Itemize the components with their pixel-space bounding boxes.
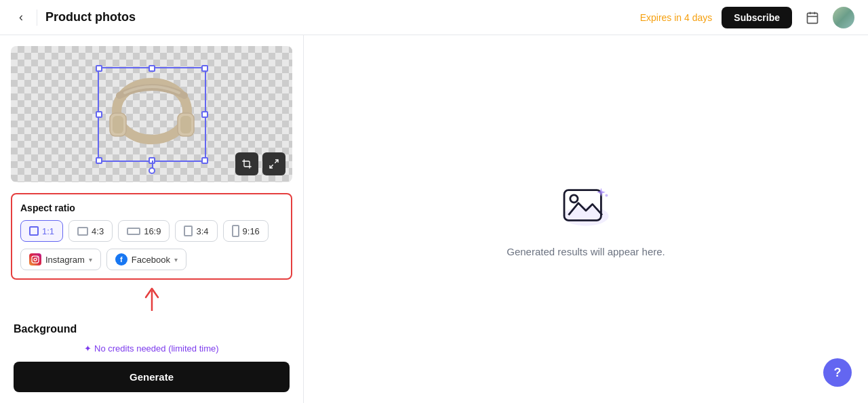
- handle-tc[interactable]: [149, 65, 155, 72]
- ratio-options-row: 1:1 4:3 16:9 3:4 9:16: [20, 220, 283, 242]
- expand-tool-button[interactable]: [262, 152, 285, 175]
- credits-note-text: ✦ No credits needed (limited time): [84, 343, 218, 354]
- main-layout: Aspect ratio 1:1 4:3 16:9 3:4: [0, 35, 868, 403]
- selection-box: [98, 67, 206, 162]
- aspect-ratio-label: Aspect ratio: [20, 203, 283, 213]
- background-label: Background: [14, 323, 290, 335]
- right-panel: Generated results will appear here. ?: [304, 35, 868, 403]
- product-image-container[interactable]: [98, 67, 206, 162]
- ratio-4-3-icon: [77, 227, 88, 236]
- rotate-handle[interactable]: [149, 167, 155, 174]
- ratio-9-16-icon: [232, 225, 239, 237]
- ratio-16-9-icon: [127, 228, 140, 235]
- facebook-preset-button[interactable]: f Facebook ▾: [106, 249, 186, 270]
- svg-point-17: [570, 195, 578, 203]
- app-header: ‹ Product photos Expires in 4 days Subsc…: [0, 0, 868, 35]
- subscribe-button[interactable]: Subscribe: [722, 7, 792, 28]
- help-button[interactable]: ?: [823, 358, 852, 387]
- handle-br[interactable]: [201, 157, 208, 164]
- crop-tool-button[interactable]: [235, 152, 258, 175]
- header-right: Expires in 4 days Subscribe: [640, 7, 854, 28]
- svg-point-13: [37, 257, 38, 259]
- image-toolbar: [235, 152, 285, 175]
- ratio-16-9-label: 16:9: [144, 226, 161, 236]
- social-presets-row: Instagram ▾ f Facebook ▾: [20, 249, 283, 270]
- ratio-9-16-label: 9:16: [243, 226, 260, 236]
- header-divider: [37, 9, 37, 26]
- facebook-icon: f: [115, 253, 127, 266]
- credits-note: ✦ No credits needed (limited time): [14, 343, 290, 354]
- handle-tr[interactable]: [201, 65, 208, 72]
- handle-mr[interactable]: [201, 111, 208, 118]
- expires-badge: Expires in 4 days: [640, 12, 713, 23]
- arrow-indicator: [11, 285, 292, 312]
- instagram-label: Instagram: [45, 255, 85, 265]
- ratio-9-16-button[interactable]: 9:16: [223, 220, 269, 242]
- generate-button[interactable]: Generate: [14, 362, 290, 392]
- image-preview: [11, 46, 292, 182]
- handle-bl[interactable]: [96, 157, 102, 164]
- background-section: Background ✦ No credits needed (limited …: [11, 323, 292, 392]
- svg-line-9: [275, 160, 278, 163]
- svg-rect-11: [32, 256, 39, 263]
- instagram-preset-button[interactable]: Instagram ▾: [20, 249, 101, 270]
- instagram-chevron-icon: ▾: [89, 256, 92, 263]
- left-panel: Aspect ratio 1:1 4:3 16:9 3:4: [0, 35, 304, 403]
- svg-point-12: [34, 258, 37, 261]
- ratio-1-1-button[interactable]: 1:1: [20, 220, 63, 242]
- ratio-4-3-label: 4:3: [92, 226, 104, 236]
- svg-rect-0: [808, 13, 818, 23]
- ratio-3-4-label: 3:4: [196, 226, 208, 236]
- ratio-16-9-button[interactable]: 16:9: [118, 220, 170, 242]
- ratio-3-4-button[interactable]: 3:4: [175, 220, 217, 242]
- handle-ml[interactable]: [96, 111, 102, 118]
- facebook-label: Facebook: [132, 255, 170, 265]
- svg-point-18: [605, 194, 608, 197]
- calendar-icon[interactable]: [802, 7, 823, 28]
- ratio-1-1-icon: [29, 226, 39, 236]
- empty-state-text: Generated results will appear here.: [507, 246, 665, 257]
- empty-state-icon: [559, 181, 613, 235]
- avatar[interactable]: [833, 7, 854, 28]
- handle-tl[interactable]: [96, 65, 102, 72]
- aspect-ratio-section: Aspect ratio 1:1 4:3 16:9 3:4: [11, 193, 292, 280]
- ratio-4-3-button[interactable]: 4:3: [68, 220, 113, 242]
- instagram-icon: [29, 253, 41, 266]
- ratio-1-1-label: 1:1: [42, 226, 54, 236]
- svg-line-10: [270, 165, 273, 168]
- facebook-chevron-icon: ▾: [174, 256, 178, 263]
- page-title: Product photos: [45, 10, 632, 24]
- back-button[interactable]: ‹: [14, 7, 28, 27]
- ratio-3-4-icon: [184, 226, 193, 236]
- empty-state: Generated results will appear here.: [507, 181, 665, 257]
